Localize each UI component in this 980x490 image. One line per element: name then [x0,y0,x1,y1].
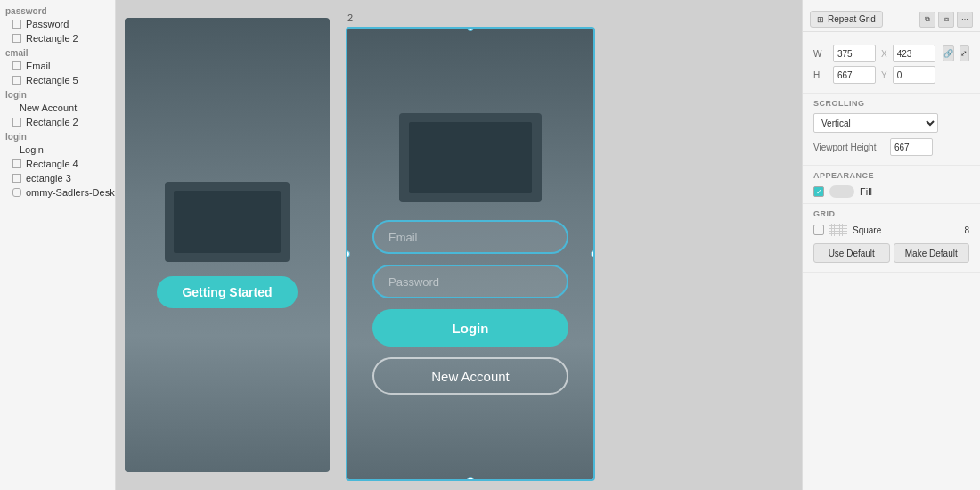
layer-icon-rect [12,76,21,85]
grid-title: GRID [813,209,969,218]
screen-2-monitor-inner [409,122,532,193]
checkmark-icon: ✓ [816,188,822,196]
fill-toggle[interactable] [829,185,854,198]
paste-icon[interactable]: ⧈ [938,12,954,28]
layer-icon-rect [12,159,21,168]
layer-item-password[interactable]: Password [0,17,115,31]
repeat-grid-icon: ⊞ [817,15,824,24]
layer-icon-rect [12,20,21,29]
handle-bottom[interactable] [467,477,474,481]
more-icon[interactable]: ⋯ [957,12,973,28]
new-account-button[interactable]: New Account [372,357,568,395]
screen-2-bg: Login New Account [347,29,593,479]
layer-item-rect5[interactable]: Rectangle 5 [0,73,115,87]
height-input[interactable] [833,66,876,84]
grid-value: 8 [964,225,969,235]
viewport-height-input[interactable] [890,138,933,156]
h-label: H [813,70,828,80]
email-input[interactable] [372,220,568,254]
layer-label: New Account [20,102,77,113]
expand-icon[interactable]: ⤢ [960,45,969,61]
layer-item-tommy[interactable]: ommy-Sadlers-Desk [0,185,115,200]
getting-started-button[interactable]: Getting Started [157,276,297,308]
grid-type-label: Square [853,225,959,235]
appearance-section: APPEARANCE ✓ Fill [803,166,980,204]
grid-preview-icon [829,224,847,236]
width-input[interactable] [833,45,876,62]
viewport-height-row: Viewport Height [813,138,969,156]
panel-toolbar: ⊞ Repeat Grid ⧉ ⧈ ⋯ [803,7,980,32]
canvas-area: Getting Started 2 Login New Account [116,0,802,490]
layer-item-rect3[interactable]: ectangle 3 [0,171,115,185]
layer-label: Rectangle 4 [26,159,78,169]
scrolling-title: SCROLLING [813,99,969,108]
width-row: W X 🔗 ⤢ [813,45,969,62]
repeat-grid-button[interactable]: ⊞ Repeat Grid [810,11,883,28]
layer-label: Login [20,144,44,155]
screen-1-monitor-inner [174,191,281,253]
layer-item-rect2-login[interactable]: Rectangle 2 [0,115,115,129]
grid-section: GRID Square 8 Use Default Make Default [803,204,980,273]
login-button[interactable]: Login [372,309,568,347]
layer-group-login2: login [0,129,115,143]
y-label: Y [881,70,887,80]
fill-row: ✓ Fill [813,185,969,198]
link-icon[interactable]: 🔗 [943,45,954,61]
grid-row: Square 8 [813,224,969,236]
layer-label: Rectangle 2 [26,117,78,127]
x-input[interactable] [893,45,935,62]
make-default-button[interactable]: Make Default [894,243,970,263]
layer-group-email: email [0,45,115,59]
use-default-button[interactable]: Use Default [813,243,890,263]
layer-icon-image [12,188,21,197]
viewport-height-label: Viewport Height [813,143,885,152]
layer-icon-rect [12,174,21,183]
handle-right[interactable] [591,250,595,257]
y-input[interactable] [893,66,935,84]
layer-item-email[interactable]: Email [0,59,115,73]
layer-icon-rect [12,34,21,43]
fill-label: Fill [860,186,872,197]
screen-2-container: 2 Login New Account [346,12,595,481]
w-label: W [813,49,828,59]
layer-item-rect4[interactable]: Rectangle 4 [0,157,115,171]
layer-item-new-account[interactable]: New Account [0,101,115,115]
layers-panel: password Password Rectangle 2 email Emai… [0,0,116,490]
grid-checkbox[interactable] [813,225,824,235]
layer-group-password: password [0,4,115,17]
fill-checkbox[interactable]: ✓ [813,186,824,197]
screen-1-monitor [165,182,290,262]
right-panel: ⊞ Repeat Grid ⧉ ⧈ ⋯ W X 🔗 ⤢ H Y SCROLLIN… [802,0,980,490]
x-label: X [881,49,887,59]
copy-icon[interactable]: ⧉ [919,12,935,28]
scrolling-select[interactable]: Vertical Horizontal None [813,113,938,133]
layer-item-rect2-pass[interactable]: Rectangle 2 [0,31,115,45]
dimensions-section: W X 🔗 ⤢ H Y [803,39,980,94]
screen-2-monitor [399,113,542,202]
password-input[interactable] [372,265,568,298]
screen-2: Login New Account [346,27,595,481]
layer-label: Password [26,19,69,29]
layer-label: ectangle 3 [26,173,71,184]
repeat-grid-label: Repeat Grid [828,14,876,24]
layer-label: Rectangle 2 [26,33,78,44]
screen-2-label: 2 [346,12,595,23]
appearance-title: APPEARANCE [813,171,969,180]
layer-group-login: login [0,87,115,101]
layer-icon-rect [12,61,21,70]
layer-item-login[interactable]: Login [0,143,115,157]
screen-1-bg: Getting Started [125,18,330,472]
grid-actions-row: Use Default Make Default [813,243,969,263]
scrolling-section: SCROLLING Vertical Horizontal None Viewp… [803,94,980,166]
screen-1: Getting Started [125,18,330,472]
layer-label: Email [26,61,51,71]
toolbar-icons: ⧉ ⧈ ⋯ [919,12,973,28]
height-row: H Y [813,66,969,84]
layer-label: ommy-Sadlers-Desk [26,187,115,198]
layer-icon-rect [12,118,21,127]
layer-label: Rectangle 5 [26,75,78,86]
